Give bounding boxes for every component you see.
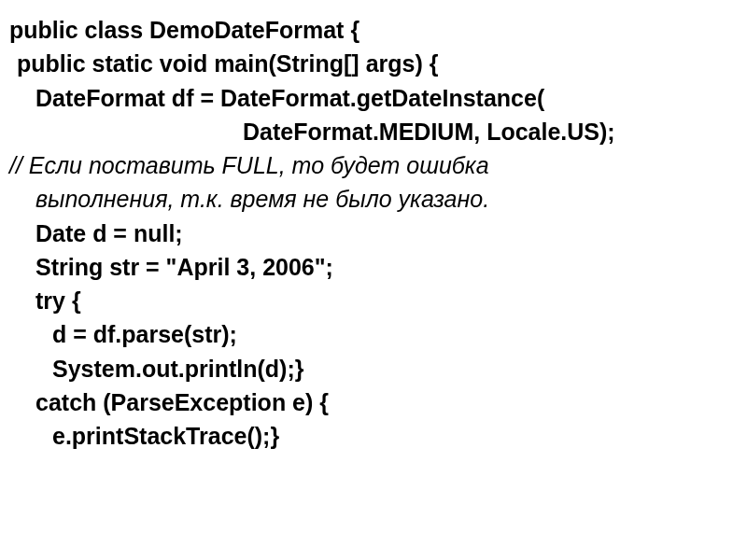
code-line-13: e.printStackTrace();} bbox=[9, 419, 738, 453]
code-line-9: try { bbox=[9, 284, 738, 317]
code-line-8: String str = "April 3, 2006"; bbox=[9, 250, 738, 284]
code-line-1: public class DemoDateFormat { bbox=[9, 13, 738, 47]
code-snippet: public class DemoDateFormat { public sta… bbox=[0, 0, 747, 462]
code-comment-line-2: выполнения, т.к. время не было указано. bbox=[9, 182, 738, 216]
code-line-3: DateFormat df = DateFormat.getDateInstan… bbox=[9, 81, 738, 115]
code-line-7: Date d = null; bbox=[9, 217, 738, 250]
code-line-10: d = df.parse(str); bbox=[9, 317, 738, 351]
code-line-4: DateFormat.MEDIUM, Locale.US); bbox=[9, 115, 738, 148]
code-line-2: public static void main(String[] args) { bbox=[9, 47, 738, 80]
code-line-12: catch (ParseException e) { bbox=[9, 385, 738, 419]
code-line-11: System.out.println(d);} bbox=[9, 352, 738, 385]
code-comment-line-1: // Если поставить FULL, то будет ошибка bbox=[9, 148, 738, 182]
